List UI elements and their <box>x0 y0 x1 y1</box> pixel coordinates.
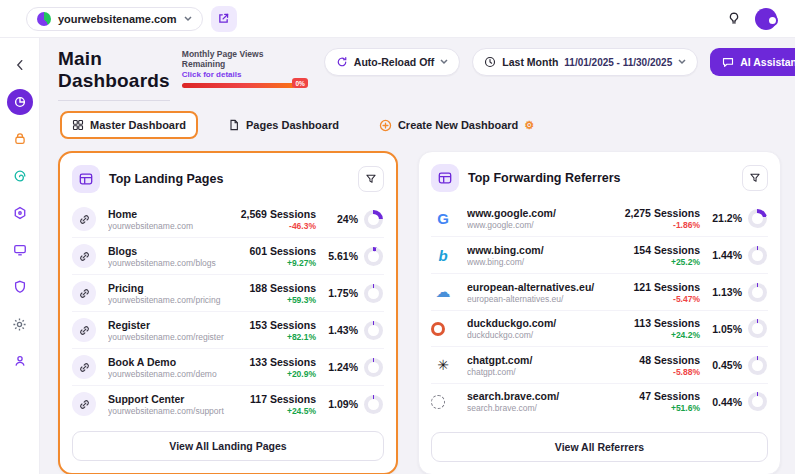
share-percentage: 1.05% <box>706 323 742 335</box>
chevron-down-icon <box>184 16 192 22</box>
tips-button[interactable] <box>727 11 741 26</box>
site-selector[interactable]: yourwebsitename.com <box>26 7 203 31</box>
share-percentage: 24% <box>322 213 358 225</box>
page-views-quota: Monthly Page Views Remaining Click for d… <box>182 49 300 88</box>
landing-page-row[interactable]: Blogs yourwebsitename.com/blogs 601 Sess… <box>72 237 384 274</box>
change-value: +82.1% <box>287 332 316 342</box>
quota-details-link[interactable]: Click for details <box>182 70 300 79</box>
change-value: -5.88% <box>673 367 700 377</box>
shield-icon[interactable] <box>7 274 33 300</box>
landing-page-row[interactable]: Register yourwebsitename.com/register 15… <box>72 311 384 348</box>
clock-icon <box>484 56 496 68</box>
referrer-row[interactable]: www.bing.com/ www.bing.com/ 154 Sessions… <box>431 236 768 273</box>
share-percentage: 5.61% <box>322 250 358 262</box>
site-logo <box>37 12 51 26</box>
swirl-icon[interactable] <box>7 163 33 189</box>
landing-page-row[interactable]: Book A Demo yourwebsitename.com/demo 133… <box>72 348 384 385</box>
tab-master-label: Master Dashboard <box>90 119 186 131</box>
ai-assistant-label: AI Assistant <box>740 56 795 68</box>
filter-button[interactable] <box>742 165 768 191</box>
change-value: -5.47% <box>673 294 700 304</box>
sessions-value: 117 Sessions <box>250 393 316 405</box>
tab-master-dashboard[interactable]: Master Dashboard <box>60 111 198 139</box>
top-landing-pages-card: Top Landing Pages Home <box>58 151 398 474</box>
sessions-value: 188 Sessions <box>249 282 316 294</box>
collapse-sidebar-icon[interactable] <box>7 52 33 78</box>
lightbulb-icon <box>727 11 741 26</box>
sessions-value: 133 Sessions <box>249 356 316 368</box>
share-percentage: 1.43% <box>322 324 358 336</box>
sessions-value: 153 Sessions <box>249 319 316 331</box>
share-gauge <box>364 358 383 377</box>
sessions-value: 2,569 Sessions <box>241 208 316 220</box>
page-name: Support Center <box>108 393 226 405</box>
funnel-icon <box>749 172 761 184</box>
referrer-row[interactable]: www.google.com/ www.google.com/ 2,275 Se… <box>431 200 768 236</box>
document-icon <box>228 119 240 131</box>
share-gauge <box>748 283 767 302</box>
view-all-landing-pages-button[interactable]: View All Landing Pages <box>72 431 384 461</box>
filter-button[interactable] <box>358 166 384 192</box>
tab-create-new-dashboard[interactable]: Create New Dashboard ⚙ <box>369 113 544 138</box>
monitor-icon[interactable] <box>7 237 33 263</box>
tab-pages-label: Pages Dashboard <box>246 119 339 131</box>
open-site-button[interactable] <box>211 6 237 32</box>
ai-assistant-button[interactable]: AI Assistant <box>710 48 795 76</box>
change-value: -46.3% <box>289 221 316 231</box>
referrer-row[interactable]: search.brave.com/ search.brave.com/ 47 S… <box>431 383 768 419</box>
link-icon <box>72 318 96 342</box>
chat-icon <box>722 56 734 68</box>
widget-icon <box>431 164 459 192</box>
share-gauge <box>364 284 383 303</box>
landing-page-row[interactable]: Home yourwebsitename.com 2,569 Sessions … <box>72 201 384 237</box>
page-url: yourwebsitename.com <box>108 221 226 231</box>
user-privacy-icon[interactable] <box>7 348 33 374</box>
sessions-value: 47 Sessions <box>639 390 700 402</box>
sidebar <box>0 38 40 474</box>
change-value: -1.86% <box>673 220 700 230</box>
auto-reload-label: Auto-Reload Off <box>354 56 435 68</box>
external-link-icon <box>217 12 230 25</box>
chatgpt-icon <box>431 353 455 377</box>
share-gauge <box>748 319 767 338</box>
sessions-value: 154 Sessions <box>633 244 700 256</box>
google-icon <box>431 206 455 230</box>
referrer-url: search.brave.com/ <box>467 403 610 413</box>
referrer-row[interactable]: duckduckgo.com/ duckduckgo.com/ 113 Sess… <box>431 310 768 346</box>
duckduckgo-icon <box>431 322 445 336</box>
view-all-referrers-button[interactable]: View All Referrers <box>431 432 768 462</box>
date-range-dropdown[interactable]: Last Month 11/01/2025 - 11/30/2025 <box>472 48 698 76</box>
ecommerce-bag-icon[interactable] <box>7 126 33 152</box>
landing-page-row[interactable]: Support Center yourwebsitename.com/suppo… <box>72 385 384 422</box>
avatar[interactable] <box>755 8 777 30</box>
quota-label: Monthly Page Views Remaining <box>182 49 300 69</box>
referrer-url: chatgpt.com/ <box>467 367 610 377</box>
plus-circle-icon <box>379 119 392 132</box>
referrer-row[interactable]: chatgpt.com/ chatgpt.com/ 48 Sessions -5… <box>431 346 768 383</box>
link-icon <box>72 392 96 416</box>
referrer-row[interactable]: european-alternatives.eu/ european-alter… <box>431 273 768 310</box>
referrers-list: www.google.com/ www.google.com/ 2,275 Se… <box>419 200 780 423</box>
referrer-url: www.bing.com/ <box>467 257 610 267</box>
change-value: +24.2% <box>671 330 700 340</box>
quota-badge: 0% <box>292 78 307 88</box>
chevron-down-icon <box>440 59 448 65</box>
hexagon-nodes-icon[interactable] <box>7 200 33 226</box>
referrer-url: european-alternatives.eu/ <box>467 294 610 304</box>
main-content: Main Dashboards Monthly Page Views Remai… <box>40 38 795 474</box>
change-value: +59.3% <box>287 295 316 305</box>
change-value: +25.2% <box>671 257 700 267</box>
tab-pages-dashboard[interactable]: Pages Dashboard <box>218 113 349 137</box>
gear-icon[interactable] <box>7 311 33 337</box>
dashboards-icon[interactable] <box>7 89 33 115</box>
share-gauge <box>748 356 767 375</box>
referrer-url: www.google.com/ <box>467 220 610 230</box>
share-percentage: 1.75% <box>322 287 358 299</box>
bing-icon <box>431 243 455 267</box>
dashboard-tabs: Master Dashboard Pages Dashboard Create … <box>60 111 781 139</box>
auto-reload-dropdown[interactable]: Auto-Reload Off <box>324 48 461 76</box>
landing-page-row[interactable]: Pricing yourwebsitename.com/pricing 188 … <box>72 274 384 311</box>
cloud-icon <box>431 280 455 304</box>
link-icon <box>72 355 96 379</box>
link-icon <box>72 281 96 305</box>
